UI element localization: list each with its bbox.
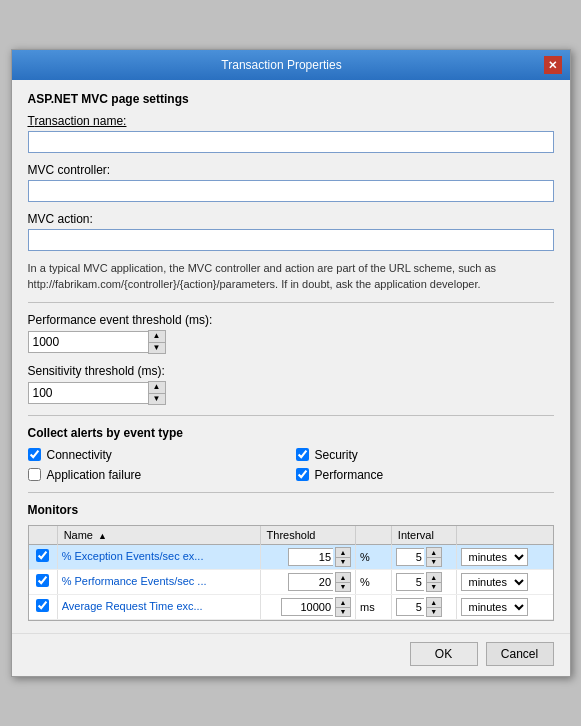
row2-interval-down[interactable]: ▼ bbox=[427, 582, 441, 591]
col-header-name[interactable]: Name ▲ bbox=[57, 526, 260, 545]
row3-interval-down[interactable]: ▼ bbox=[427, 607, 441, 616]
sensitivity-spinner: ▲ ▼ bbox=[28, 381, 554, 405]
row1-name-cell: % Exception Events/sec ex... bbox=[57, 544, 260, 569]
monitors-table-container: Name ▲ Threshold Interval bbox=[28, 525, 554, 621]
row3-threshold-spinner: ▲ ▼ bbox=[335, 597, 351, 617]
row3-name-text: Average Request Time exc... bbox=[62, 600, 203, 612]
performance-checkbox[interactable] bbox=[296, 468, 309, 481]
row3-interval-unit-select[interactable]: minutes hours seconds bbox=[461, 598, 528, 616]
dialog-body: ASP.NET MVC page settings Transaction na… bbox=[12, 80, 570, 633]
mvc-action-label: MVC action: bbox=[28, 212, 554, 226]
row1-checkbox[interactable] bbox=[36, 549, 49, 562]
perf-threshold-up-button[interactable]: ▲ bbox=[149, 331, 165, 342]
mvc-action-group: MVC action: bbox=[28, 212, 554, 251]
row3-threshold-input[interactable] bbox=[281, 598, 333, 616]
row3-checkbox[interactable] bbox=[36, 599, 49, 612]
security-checkbox[interactable] bbox=[296, 448, 309, 461]
perf-threshold-label: Performance event threshold (ms): bbox=[28, 313, 554, 327]
row1-threshold-down[interactable]: ▼ bbox=[336, 557, 350, 566]
checkbox-connectivity: Connectivity bbox=[28, 448, 286, 462]
divider-1 bbox=[28, 302, 554, 303]
performance-label: Performance bbox=[315, 468, 384, 482]
dialog-footer: OK Cancel bbox=[12, 633, 570, 676]
row2-interval-unit-cell: minutes hours seconds bbox=[457, 569, 553, 594]
dialog-title: Transaction Properties bbox=[20, 58, 544, 72]
sensitivity-up-button[interactable]: ▲ bbox=[149, 382, 165, 393]
row2-interval-group: ▲ ▼ bbox=[396, 572, 453, 592]
row1-interval-spinner: ▲ ▼ bbox=[426, 547, 442, 567]
row2-name-text: % Performance Events/sec ... bbox=[62, 575, 207, 587]
mvc-info-text: In a typical MVC application, the MVC co… bbox=[28, 261, 554, 292]
row1-threshold-input[interactable] bbox=[288, 548, 333, 566]
table-row[interactable]: % Performance Events/sec ... ▲ ▼ bbox=[29, 569, 553, 594]
sensitivity-threshold-group: Sensitivity threshold (ms): ▲ ▼ bbox=[28, 364, 554, 405]
row1-interval-unit-cell: minutes hours seconds bbox=[457, 544, 553, 569]
table-row[interactable]: % Exception Events/sec ex... ▲ ▼ bbox=[29, 544, 553, 569]
row1-interval-group: ▲ ▼ bbox=[396, 547, 453, 567]
row3-interval-cell: ▲ ▼ bbox=[391, 594, 457, 619]
col-header-interval-unit bbox=[457, 526, 553, 545]
row3-check-cell bbox=[29, 594, 58, 619]
row2-threshold-spinner: ▲ ▼ bbox=[335, 572, 351, 592]
connectivity-checkbox[interactable] bbox=[28, 448, 41, 461]
sensitivity-down-button[interactable]: ▼ bbox=[149, 393, 165, 404]
row1-name-text: % Exception Events/sec ex... bbox=[62, 550, 204, 562]
sensitivity-input[interactable] bbox=[28, 382, 148, 404]
row2-threshold-up[interactable]: ▲ bbox=[336, 573, 350, 582]
row2-check-cell bbox=[29, 569, 58, 594]
security-label: Security bbox=[315, 448, 358, 462]
row1-interval-input[interactable] bbox=[396, 548, 424, 566]
divider-2 bbox=[28, 415, 554, 416]
row2-threshold-cell: ▲ ▼ bbox=[260, 569, 355, 594]
row2-interval-up[interactable]: ▲ bbox=[427, 573, 441, 582]
row3-threshold-cell: ▲ ▼ bbox=[260, 594, 355, 619]
name-sort-icon: ▲ bbox=[98, 531, 107, 541]
transaction-name-input[interactable] bbox=[28, 131, 554, 153]
row3-interval-spinner: ▲ ▼ bbox=[426, 597, 442, 617]
row1-interval-up[interactable]: ▲ bbox=[427, 548, 441, 557]
cancel-button[interactable]: Cancel bbox=[486, 642, 554, 666]
checkbox-security: Security bbox=[296, 448, 554, 462]
row2-interval-unit-select[interactable]: minutes hours seconds bbox=[461, 573, 528, 591]
row2-checkbox[interactable] bbox=[36, 574, 49, 587]
monitors-table: Name ▲ Threshold Interval bbox=[29, 526, 553, 620]
perf-threshold-group: Performance event threshold (ms): ▲ ▼ bbox=[28, 313, 554, 354]
ok-button[interactable]: OK bbox=[410, 642, 478, 666]
mvc-action-input[interactable] bbox=[28, 229, 554, 251]
row1-threshold-group: ▲ ▼ bbox=[265, 547, 351, 567]
perf-threshold-down-button[interactable]: ▼ bbox=[149, 342, 165, 353]
row3-interval-up[interactable]: ▲ bbox=[427, 598, 441, 607]
row2-threshold-input[interactable] bbox=[288, 573, 333, 591]
row3-threshold-down[interactable]: ▼ bbox=[336, 607, 350, 616]
col-header-interval: Interval bbox=[391, 526, 457, 545]
row1-interval-unit-select[interactable]: minutes hours seconds bbox=[461, 548, 528, 566]
row2-threshold-down[interactable]: ▼ bbox=[336, 582, 350, 591]
row1-threshold-up[interactable]: ▲ bbox=[336, 548, 350, 557]
monitors-title: Monitors bbox=[28, 503, 554, 517]
row2-interval-input[interactable] bbox=[396, 573, 424, 591]
transaction-name-label-text: ransaction name: bbox=[34, 114, 126, 128]
sensitivity-label: Sensitivity threshold (ms): bbox=[28, 364, 554, 378]
close-button[interactable]: ✕ bbox=[544, 56, 562, 74]
row3-interval-group: ▲ ▼ bbox=[396, 597, 453, 617]
row3-name-cell: Average Request Time exc... bbox=[57, 594, 260, 619]
row2-threshold-group: ▲ ▼ bbox=[265, 572, 351, 592]
row3-threshold-up[interactable]: ▲ bbox=[336, 598, 350, 607]
transaction-name-label: Transaction name: bbox=[28, 114, 554, 128]
perf-threshold-input[interactable] bbox=[28, 331, 148, 353]
title-bar: Transaction Properties ✕ bbox=[12, 50, 570, 80]
transaction-name-group: Transaction name: bbox=[28, 114, 554, 153]
connectivity-label: Connectivity bbox=[47, 448, 112, 462]
sensitivity-spinner-buttons: ▲ ▼ bbox=[148, 381, 166, 405]
table-row[interactable]: Average Request Time exc... ▲ ▼ bbox=[29, 594, 553, 619]
monitors-tbody: % Exception Events/sec ex... ▲ ▼ bbox=[29, 544, 553, 619]
mvc-controller-input[interactable] bbox=[28, 180, 554, 202]
row3-interval-unit-cell: minutes hours seconds bbox=[457, 594, 553, 619]
row1-interval-down[interactable]: ▼ bbox=[427, 557, 441, 566]
row3-interval-input[interactable] bbox=[396, 598, 424, 616]
app-failure-checkbox[interactable] bbox=[28, 468, 41, 481]
app-failure-label: Application failure bbox=[47, 468, 142, 482]
col-header-unit bbox=[356, 526, 392, 545]
row1-threshold-spinner: ▲ ▼ bbox=[335, 547, 351, 567]
row2-interval-spinner: ▲ ▼ bbox=[426, 572, 442, 592]
